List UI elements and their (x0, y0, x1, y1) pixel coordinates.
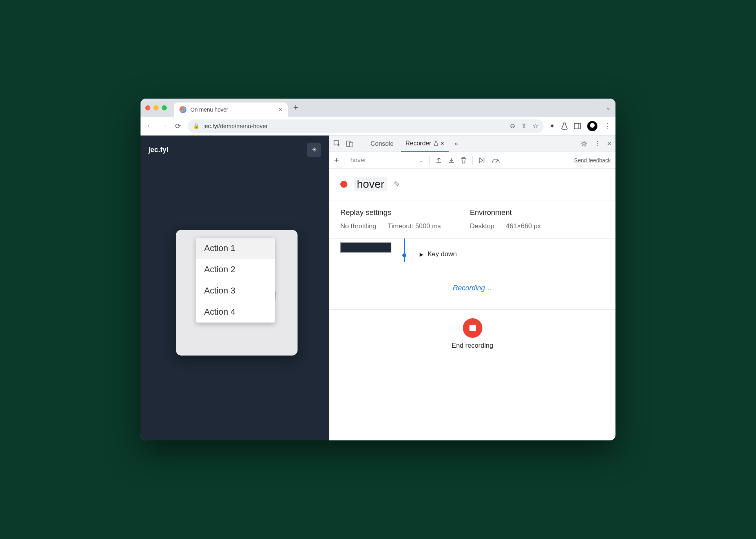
window-controls (145, 105, 167, 110)
environment-heading: Environment (470, 208, 546, 217)
theme-toggle-button[interactable]: ☀ (307, 143, 321, 157)
more-tabs-icon[interactable]: » (451, 140, 461, 147)
close-window-button[interactable] (145, 105, 150, 110)
step-key-down[interactable]: ▶ Key down (420, 250, 457, 258)
import-icon[interactable] (448, 157, 455, 164)
devtools-settings-icon[interactable] (580, 140, 588, 148)
flask-icon (434, 141, 438, 146)
maximize-window-button[interactable] (162, 105, 167, 110)
svg-rect-0 (574, 123, 581, 129)
recording-timeline: ▶ Key down Recording… (329, 238, 615, 309)
toolbar-actions: ✦ ⋮ (549, 121, 611, 131)
profile-avatar[interactable] (587, 121, 597, 131)
devtools-menu-icon[interactable]: ⋮ (594, 140, 601, 147)
recording-selector[interactable] (351, 157, 413, 164)
back-button[interactable]: ← (145, 122, 154, 130)
zoom-out-icon[interactable]: ⊖ (510, 122, 515, 130)
browser-window: On menu hover × + ⌄ ← → ⟳ 🔒 jec.fyi/demo… (141, 99, 615, 440)
minimize-window-button[interactable] (153, 105, 159, 110)
edit-name-icon[interactable]: ✎ (394, 180, 400, 189)
delete-icon[interactable] (460, 157, 467, 164)
side-panel-icon[interactable] (574, 123, 581, 129)
lock-icon: 🔒 (193, 123, 199, 129)
recording-header: hover ✎ (329, 169, 615, 200)
recording-settings: Replay settings No throttling Timeout: 5… (329, 200, 615, 238)
tab-bar: On menu hover × + ⌄ (141, 99, 615, 117)
timeline-line (404, 238, 405, 262)
devtools-tabbar: Console Recorder × » ⋮ × (329, 136, 615, 152)
environment-settings: Environment Desktop 461×660 px (470, 208, 546, 230)
bookmark-star-icon[interactable]: ☆ (533, 122, 538, 130)
end-recording-label: End recording (452, 342, 493, 350)
labs-icon[interactable] (561, 123, 568, 130)
svg-rect-4 (349, 142, 353, 147)
browser-tab[interactable]: On menu hover × (174, 103, 288, 117)
menu-item[interactable]: Action 3 (196, 280, 275, 301)
export-icon[interactable] (435, 157, 442, 164)
device-value[interactable]: Desktop (470, 222, 500, 230)
site-title: jec.fyi (148, 146, 168, 154)
menu-item[interactable]: Action 4 (196, 301, 275, 323)
screenshot-thumbnail[interactable] (340, 242, 391, 253)
step-label: Key down (427, 250, 457, 258)
devtools-panel: Console Recorder × » ⋮ × + (329, 136, 615, 440)
share-icon[interactable]: ⇪ (521, 122, 526, 130)
reload-button[interactable]: ⟳ (173, 122, 182, 130)
extensions-icon[interactable]: ✦ (549, 122, 555, 130)
close-tab-icon[interactable]: × (441, 140, 444, 147)
close-devtools-icon[interactable]: × (607, 139, 612, 148)
tab-console[interactable]: Console (366, 136, 398, 152)
omnibox[interactable]: 🔒 jec.fyi/demo/menu-hover ⊖ ⇪ ☆ (188, 119, 544, 133)
url-text: jec.fyi/demo/menu-hover (203, 123, 268, 129)
recording-status: Recording… (340, 284, 604, 292)
performance-icon[interactable] (491, 157, 500, 163)
send-feedback-link[interactable]: Send feedback (574, 157, 611, 163)
web-page: jec.fyi ☀ Hover over me! Action 1 Action… (141, 136, 329, 440)
dimensions-value[interactable]: 461×660 px (506, 222, 546, 230)
menu-item[interactable]: Action 1 (196, 238, 275, 259)
dropdown-chevron-icon[interactable]: ⌄ (419, 157, 424, 164)
demo-card: Hover over me! Action 1 Action 2 Action … (176, 230, 298, 356)
replay-settings: Replay settings No throttling Timeout: 5… (340, 208, 446, 230)
browser-menu-icon[interactable]: ⋮ (604, 122, 611, 130)
new-recording-button[interactable]: + (334, 155, 339, 165)
device-toolbar-icon[interactable] (346, 140, 356, 148)
favicon (179, 106, 186, 113)
timeout-value[interactable]: Timeout: 5000 ms (388, 222, 446, 230)
end-recording-section: End recording (329, 309, 615, 357)
timeline-node (402, 253, 406, 257)
tab-recorder[interactable]: Recorder × (401, 136, 449, 152)
inspect-element-icon[interactable] (333, 140, 343, 148)
expand-triangle-icon: ▶ (420, 251, 424, 257)
throttling-value[interactable]: No throttling (340, 222, 382, 230)
forward-button[interactable]: → (159, 122, 168, 130)
tab-list-chevron-icon[interactable]: ⌄ (606, 104, 611, 111)
address-bar: ← → ⟳ 🔒 jec.fyi/demo/menu-hover ⊖ ⇪ ☆ ✦ … (141, 117, 615, 136)
replay-settings-heading: Replay settings (340, 208, 446, 217)
end-recording-button[interactable] (463, 318, 482, 338)
recorder-toolbar: + ⌄ (329, 152, 615, 169)
menu-item[interactable]: Action 2 (196, 259, 275, 280)
content-area: jec.fyi ☀ Hover over me! Action 1 Action… (141, 136, 615, 440)
tab-recorder-label: Recorder (405, 140, 431, 147)
new-tab-button[interactable]: + (293, 103, 298, 113)
recording-indicator-icon (340, 181, 347, 188)
replay-icon[interactable] (478, 157, 486, 164)
recording-name[interactable]: hover (354, 177, 387, 191)
context-menu: Action 1 Action 2 Action 3 Action 4 (196, 238, 275, 323)
svg-point-5 (583, 143, 585, 145)
close-tab-button[interactable]: × (279, 106, 282, 113)
tab-title: On menu hover (190, 106, 228, 113)
